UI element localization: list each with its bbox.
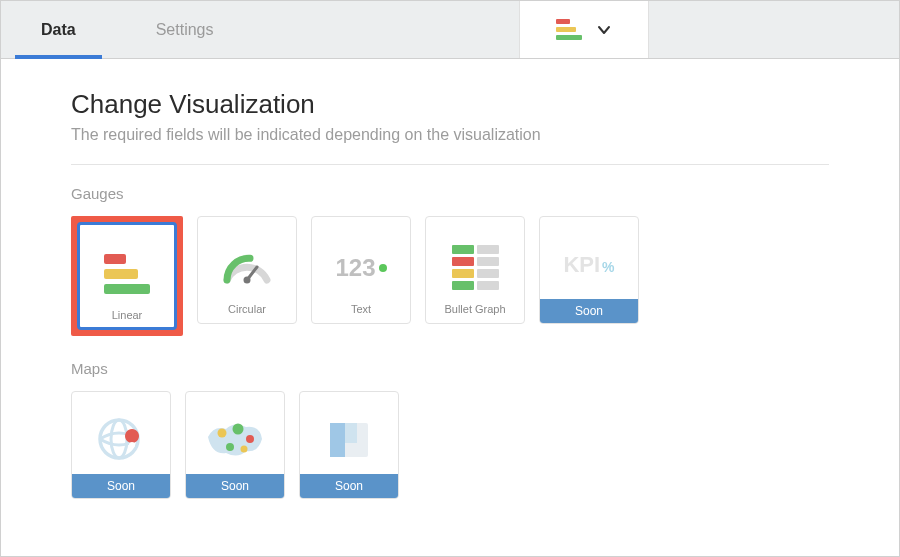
svg-point-5	[218, 429, 227, 438]
maps-row: Soon Soon	[71, 391, 829, 499]
linear-gauge-icon	[104, 254, 150, 294]
card-map-tile[interactable]: Soon	[299, 391, 399, 499]
soon-badge: Soon	[186, 474, 284, 498]
highlight-linear: Linear	[71, 216, 183, 336]
card-kpi-soon[interactable]: KPI % Soon	[539, 216, 639, 324]
soon-badge: Soon	[540, 299, 638, 323]
visualization-dropdown-button[interactable]	[519, 1, 649, 58]
gauges-row: Linear Circular	[71, 216, 829, 336]
svg-point-3	[111, 420, 127, 458]
card-map-globe[interactable]: Soon	[71, 391, 171, 499]
circular-gauge-icon	[219, 248, 275, 288]
card-linear-label: Linear	[112, 310, 143, 321]
tab-bar: Data Settings	[1, 1, 899, 59]
soon-badge: Soon	[300, 474, 398, 498]
svg-rect-11	[330, 423, 345, 457]
card-text-label: Text	[351, 304, 371, 315]
bullet-graph-icon	[452, 245, 499, 290]
page-subtitle: The required fields will be indicated de…	[71, 126, 829, 144]
card-bullet-graph[interactable]: Bullet Graph	[425, 216, 525, 324]
section-label-gauges: Gauges	[71, 185, 829, 202]
kpi-icon: KPI %	[563, 252, 614, 278]
section-label-maps: Maps	[71, 360, 829, 377]
tab-settings[interactable]: Settings	[116, 1, 254, 58]
svg-point-8	[226, 443, 234, 451]
chevron-down-icon	[596, 22, 612, 38]
page-title: Change Visualization	[71, 89, 829, 120]
card-text[interactable]: 123 Text	[311, 216, 411, 324]
svg-point-7	[246, 435, 254, 443]
linear-gauge-icon	[556, 19, 582, 40]
card-bullet-label: Bullet Graph	[444, 304, 505, 315]
tile-map-icon	[324, 417, 374, 463]
world-dots-icon	[204, 417, 266, 463]
soon-badge: Soon	[72, 474, 170, 498]
tab-data-label: Data	[41, 21, 76, 39]
card-circular[interactable]: Circular	[197, 216, 297, 324]
svg-point-9	[241, 446, 248, 453]
text-gauge-icon: 123	[335, 254, 386, 282]
card-circular-label: Circular	[228, 304, 266, 315]
tab-data[interactable]: Data	[1, 1, 116, 58]
svg-point-4	[129, 442, 135, 448]
tab-settings-label: Settings	[156, 21, 214, 39]
card-map-world[interactable]: Soon	[185, 391, 285, 499]
svg-point-6	[233, 424, 244, 435]
globe-pin-icon	[94, 415, 148, 465]
content-area: Change Visualization The required fields…	[1, 59, 899, 556]
app-frame: Data Settings Change Visualization The r…	[0, 0, 900, 557]
divider	[71, 164, 829, 165]
svg-rect-12	[345, 423, 357, 443]
card-linear[interactable]: Linear	[77, 222, 177, 330]
